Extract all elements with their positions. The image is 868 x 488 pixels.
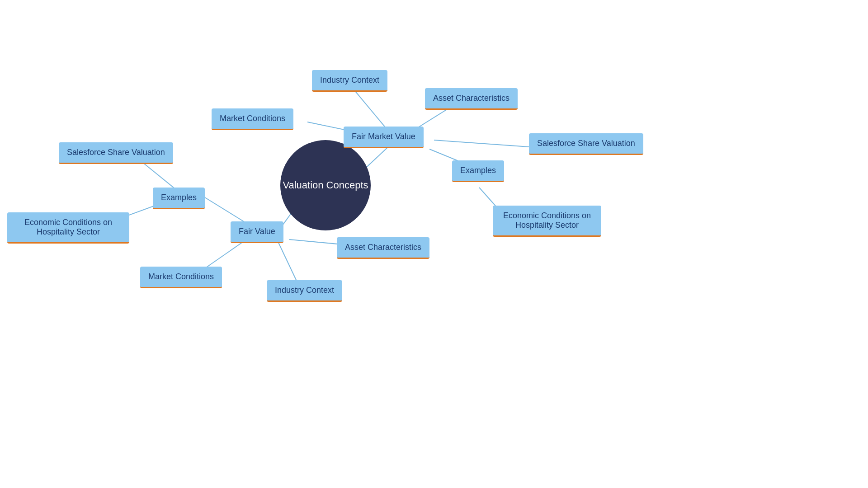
industry-context-bottom-node[interactable]: Industry Context: [267, 280, 342, 302]
economic-conditions-right-node[interactable]: Economic Conditions on Hospitality Secto…: [493, 206, 601, 237]
salesforce-share-valuation-right-node[interactable]: Salesforce Share Valuation: [529, 133, 643, 155]
economic-conditions-left-node[interactable]: Economic Conditions on Hospitality Secto…: [7, 212, 129, 244]
svg-line-13: [278, 242, 298, 285]
industry-context-top-node[interactable]: Industry Context: [312, 70, 387, 92]
svg-line-9: [140, 160, 176, 190]
market-conditions-top-node[interactable]: Market Conditions: [212, 108, 293, 130]
center-node: Valuation Concepts: [280, 140, 371, 230]
examples-right-node[interactable]: Examples: [452, 160, 504, 182]
examples-left-node[interactable]: Examples: [153, 188, 205, 209]
svg-line-7: [479, 188, 497, 208]
svg-line-5: [434, 140, 529, 147]
svg-line-2: [353, 88, 387, 129]
market-conditions-bottom-node[interactable]: Market Conditions: [140, 267, 222, 288]
asset-characteristics-top-node[interactable]: Asset Characteristics: [425, 88, 518, 110]
salesforce-share-valuation-left-node[interactable]: Salesforce Share Valuation: [59, 142, 173, 164]
fair-value-node[interactable]: Fair Value: [231, 221, 283, 243]
asset-characteristics-bottom-node[interactable]: Asset Characteristics: [337, 237, 429, 259]
fair-market-value-node[interactable]: Fair Market Value: [344, 127, 424, 148]
